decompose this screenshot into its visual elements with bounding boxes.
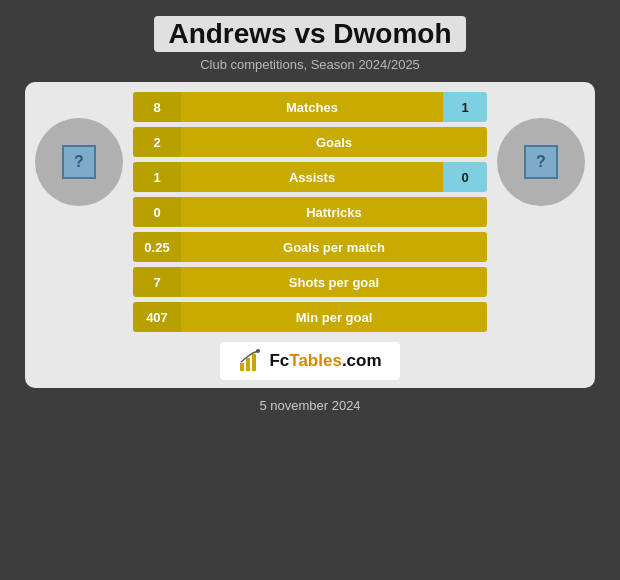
stat-left-assists: 1	[133, 162, 181, 192]
date-label: 5 november 2024	[259, 398, 360, 413]
stats-list: 8 Matches 1 2 Goals 1 A	[133, 92, 487, 332]
page-wrapper: Andrews vs Dwomoh Club competitions, Sea…	[0, 0, 620, 580]
stat-bar-assists: Assists	[181, 162, 443, 192]
stat-row-goals: 2 Goals	[133, 127, 487, 157]
stat-left-hattricks: 0	[133, 197, 181, 227]
stat-label-hattricks: Hattricks	[306, 205, 362, 220]
stat-row-hattricks: 0 Hattricks	[133, 197, 487, 227]
stat-left-goals: 2	[133, 127, 181, 157]
header: Andrews vs Dwomoh Club competitions, Sea…	[0, 0, 620, 80]
stat-left-matches: 8	[133, 92, 181, 122]
stat-bar-matches: Matches	[181, 92, 443, 122]
stat-bar-gpm: Goals per match	[181, 232, 487, 262]
stats-card: ? 8 Matches 1 2 Goals	[25, 82, 595, 388]
stat-bar-spg: Shots per goal	[181, 267, 487, 297]
page-title: Andrews vs Dwomoh	[154, 16, 465, 52]
stat-label-spg: Shots per goal	[289, 275, 379, 290]
chart-icon	[238, 349, 262, 373]
svg-rect-2	[252, 354, 256, 371]
stat-bar-goals: Goals	[181, 127, 487, 157]
stat-right-matches: 1	[443, 92, 487, 122]
svg-rect-1	[246, 358, 250, 371]
stat-row-matches: 8 Matches 1	[133, 92, 487, 122]
stat-label-assists: Assists	[289, 170, 335, 185]
left-player-avatar: ?	[35, 118, 123, 206]
stat-row-mpg: 407 Min per goal	[133, 302, 487, 332]
stat-row-spg: 7 Shots per goal	[133, 267, 487, 297]
stat-bar-hattricks: Hattricks	[181, 197, 487, 227]
stat-right-assists: 0	[443, 162, 487, 192]
right-avatar-placeholder: ?	[524, 145, 558, 179]
stat-label-goals: Goals	[316, 135, 352, 150]
stat-bar-mpg: Min per goal	[181, 302, 487, 332]
stat-left-mpg: 407	[133, 302, 181, 332]
stat-row-assists: 1 Assists 0	[133, 162, 487, 192]
stat-left-gpm: 0.25	[133, 232, 181, 262]
content-row: ? 8 Matches 1 2 Goals	[35, 92, 585, 332]
svg-point-3	[256, 349, 260, 353]
page-subtitle: Club competitions, Season 2024/2025	[20, 57, 600, 72]
stat-label-mpg: Min per goal	[296, 310, 373, 325]
logo-box: FcTables.com	[220, 342, 399, 380]
stat-left-spg: 7	[133, 267, 181, 297]
stat-label-matches: Matches	[286, 100, 338, 115]
svg-rect-0	[240, 363, 244, 371]
stat-row-gpm: 0.25 Goals per match	[133, 232, 487, 262]
stat-label-gpm: Goals per match	[283, 240, 385, 255]
right-player-avatar: ?	[497, 118, 585, 206]
logo-area: FcTables.com	[35, 342, 585, 380]
logo-text: FcTables.com	[269, 351, 381, 371]
left-avatar-placeholder: ?	[62, 145, 96, 179]
